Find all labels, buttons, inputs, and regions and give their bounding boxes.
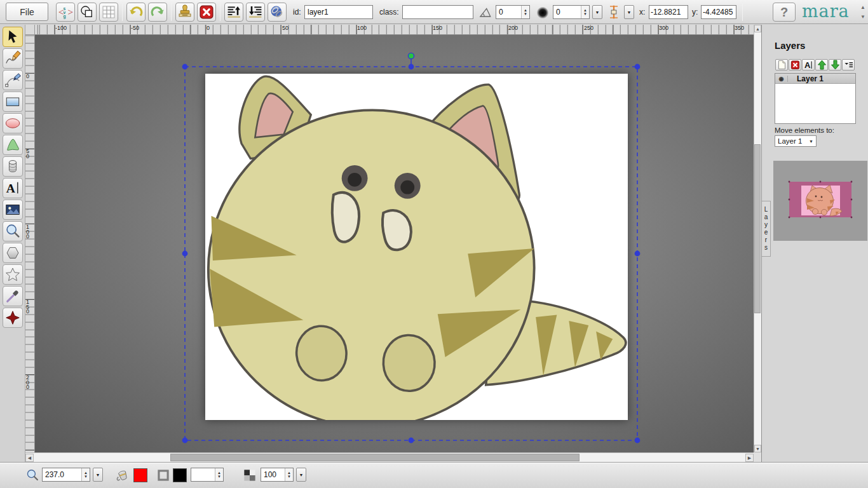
toolbar-scroll-up-icon[interactable]: ▲ [859,3,867,11]
spinner-arrows-icon[interactable]: ▲▼ [581,6,589,18]
resize-handle-e[interactable] [635,251,641,257]
blur-icon [535,5,550,20]
stroke-width-spinner[interactable]: ▲▼ [191,468,224,482]
ruler-label: 0 [207,25,210,31]
y-input[interactable] [701,5,736,19]
help-button[interactable]: ? [773,3,796,22]
layer-row[interactable]: ◉ Layer 1 [775,74,855,84]
resize-handle-s[interactable] [409,438,414,444]
tool-text[interactable] [3,178,23,198]
shape-library-button[interactable] [78,3,97,22]
tool-hexagon[interactable] [3,243,23,263]
canvas-workspace[interactable] [35,35,754,452]
resize-handle-sw[interactable] [182,438,188,444]
rename-layer-button[interactable] [802,59,815,71]
x-input[interactable] [649,5,688,19]
tool-rectangle[interactable] [3,92,23,112]
horizontal-scroll-thumb[interactable] [170,454,580,461]
layers-side-tab[interactable]: Layers [762,201,771,257]
tool-zoom[interactable] [3,221,23,241]
undo-button[interactable] [126,3,146,22]
opacity-dropdown-button[interactable]: ▼ [296,468,306,482]
connector-icon [4,309,21,326]
ruler-label: 100 [357,25,367,31]
tool-polygon[interactable] [3,135,23,155]
redo-icon [150,4,165,20]
text-icon [4,180,21,196]
tool-star[interactable] [3,264,23,285]
scrollbar-corner [754,452,761,463]
horizontal-scrollbar[interactable]: ◀ ▶ [25,452,754,462]
resize-handle-n[interactable] [409,64,414,70]
toolbar-scroll-down-icon[interactable]: ▼ [859,13,867,20]
blur-dropdown-button[interactable]: ▼ [592,5,602,19]
move-layer-up-button[interactable] [815,59,828,71]
file-menu-button[interactable]: File [6,3,48,21]
tool-eyedropper[interactable] [3,286,23,306]
resize-handle-w[interactable] [182,251,188,257]
layer-list[interactable]: ◉ Layer 1 [775,73,856,124]
resize-handle-nw[interactable] [182,64,188,70]
lower-to-bottom-button[interactable] [246,3,265,22]
id-input[interactable] [304,5,373,19]
resize-handle-ne[interactable] [635,64,641,70]
opacity-checker-icon [243,468,257,482]
tool-ellipse[interactable] [3,113,23,133]
navigator-preview[interactable] [773,161,867,241]
anchor-dropdown-button[interactable]: ▼ [624,5,634,19]
opacity-spinner[interactable]: 100 ▲▼ [261,468,294,482]
move-target-select[interactable]: Layer 1 ▼ [775,135,817,147]
move-layer-down-button[interactable] [829,59,841,71]
zoom-icon [4,223,21,240]
grid-button[interactable] [99,3,118,22]
blur-spinner[interactable]: 0 ▲▼ [553,5,590,19]
tool-select[interactable] [3,27,23,47]
spinner-arrows-icon[interactable]: ▲▼ [81,468,90,481]
stamp-clone-button[interactable] [175,3,194,22]
angle-spinner[interactable]: 0 ▲▼ [496,5,530,19]
ellipse-icon [4,115,21,132]
delete-selection-button[interactable] [197,3,216,22]
path-icon [4,72,21,88]
svg-page[interactable] [205,74,628,420]
spinner-arrows-icon[interactable]: ▲▼ [285,468,293,481]
spinner-arrows-icon[interactable]: ▲▼ [215,468,223,481]
undo-icon [128,4,144,20]
tool-pencil[interactable] [3,48,23,69]
y-label: y: [692,8,698,17]
zoom-spinner[interactable]: 237.0 ▲▼ [42,468,90,482]
zoom-dropdown-button[interactable]: ▼ [93,468,103,482]
spinner-arrows-icon[interactable]: ▲▼ [521,6,529,18]
pencil-icon [4,50,21,67]
fill-color-swatch[interactable] [133,468,147,482]
vertical-scroll-thumb[interactable] [754,144,761,313]
svg-source-button[interactable] [56,3,75,22]
layer-visibility-eye-icon[interactable]: ◉ [775,76,788,82]
tool-path[interactable] [3,70,23,90]
raise-to-top-button[interactable] [224,3,243,22]
scroll-right-icon[interactable]: ▶ [745,454,754,462]
tool-image[interactable] [3,200,23,220]
link-button[interactable] [268,3,287,22]
tool-shape-3d[interactable] [3,156,23,177]
redo-button[interactable] [148,3,167,22]
delete-layer-button[interactable] [789,59,801,71]
scroll-left-icon[interactable]: ◀ [25,454,34,462]
new-layer-button[interactable] [775,59,788,71]
class-input[interactable] [402,5,473,19]
ruler-label: -50 [131,25,139,31]
position-anchor-icon[interactable] [606,4,621,20]
horizontal-ruler: -100-50050100150200250300350 [35,25,754,35]
resize-handle-se[interactable] [635,438,641,444]
ruler-label: 300 [659,25,668,31]
rename-layer-icon [804,60,813,70]
rotate-handle[interactable] [408,53,414,58]
scroll-up-icon[interactable]: ▲ [754,25,761,32]
stroke-color-swatch[interactable] [173,468,187,482]
scroll-down-icon[interactable]: ▼ [754,445,761,452]
opacity-value: 100 [261,470,285,479]
cat-drawing[interactable] [205,74,628,420]
delete-selection-icon [199,4,214,20]
tool-connector[interactable] [3,308,23,328]
layer-menu-button[interactable] [842,59,855,71]
